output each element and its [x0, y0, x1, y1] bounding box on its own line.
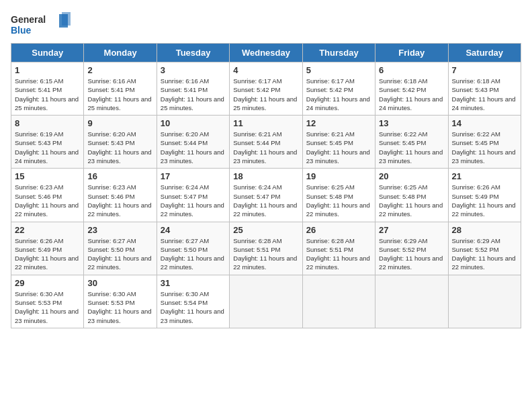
day-number: 24 [161, 225, 226, 235]
daylight-label: Daylight: 11 hours and 22 minutes. [87, 255, 151, 271]
day-info: Sunrise: 6:30 AM Sunset: 5:53 PM Dayligh… [87, 289, 152, 325]
calendar-cell [230, 275, 302, 328]
sunrise-label: Sunrise: 6:28 AM [233, 237, 281, 244]
calendar-cell: 30 Sunrise: 6:30 AM Sunset: 5:53 PM Dayl… [84, 275, 157, 328]
sunrise-label: Sunrise: 6:21 AM [306, 130, 355, 138]
day-info: Sunrise: 6:29 AM Sunset: 5:52 PM Dayligh… [452, 236, 517, 272]
day-number: 10 [161, 118, 226, 128]
sunset-label: Sunset: 5:44 PM [161, 139, 208, 146]
day-info: Sunrise: 6:20 AM Sunset: 5:43 PM Dayligh… [87, 130, 152, 165]
daylight-label: Daylight: 11 hours and 23 minutes. [87, 308, 151, 324]
calendar-cell: 13 Sunrise: 6:22 AM Sunset: 5:45 PM Dayl… [375, 116, 448, 169]
day-info: Sunrise: 6:27 AM Sunset: 5:50 PM Dayligh… [161, 236, 226, 272]
daylight-label: Daylight: 11 hours and 22 minutes. [452, 255, 516, 271]
calendar-week-row: 15 Sunrise: 6:23 AM Sunset: 5:46 PM Dayl… [11, 169, 521, 222]
calendar-cell: 29 Sunrise: 6:30 AM Sunset: 5:53 PM Dayl… [11, 275, 84, 328]
calendar-cell: 5 Sunrise: 6:17 AM Sunset: 5:42 PM Dayli… [302, 62, 375, 116]
sunrise-label: Sunrise: 6:16 AM [87, 77, 136, 85]
sunrise-label: Sunrise: 6:30 AM [15, 290, 63, 298]
sunset-label: Sunset: 5:51 PM [233, 246, 280, 253]
sunrise-label: Sunrise: 6:23 AM [15, 183, 63, 191]
sunrise-label: Sunrise: 6:17 AM [306, 77, 355, 85]
sunrise-label: Sunrise: 6:22 AM [452, 130, 500, 138]
sunset-label: Sunset: 5:42 PM [306, 86, 353, 93]
day-number: 23 [87, 225, 152, 235]
day-number: 20 [379, 171, 444, 181]
daylight-label: Daylight: 11 hours and 23 minutes. [161, 308, 224, 324]
sunset-label: Sunset: 5:45 PM [452, 139, 499, 146]
calendar-header-wednesday: Wednesday [230, 44, 302, 62]
sunrise-label: Sunrise: 6:24 AM [161, 183, 209, 191]
calendar-cell: 10 Sunrise: 6:20 AM Sunset: 5:44 PM Dayl… [157, 116, 229, 169]
day-number: 27 [379, 225, 444, 235]
daylight-label: Daylight: 11 hours and 22 minutes. [233, 255, 297, 271]
daylight-label: Daylight: 11 hours and 24 minutes. [306, 95, 370, 111]
sunrise-label: Sunrise: 6:27 AM [87, 237, 136, 244]
sunset-label: Sunset: 5:51 PM [306, 246, 353, 253]
sunrise-label: Sunrise: 6:19 AM [15, 130, 63, 138]
day-info: Sunrise: 6:30 AM Sunset: 5:54 PM Dayligh… [161, 289, 226, 325]
day-info: Sunrise: 6:23 AM Sunset: 5:46 PM Dayligh… [87, 183, 152, 218]
calendar-body: 1 Sunrise: 6:15 AM Sunset: 5:41 PM Dayli… [11, 62, 521, 328]
daylight-label: Daylight: 11 hours and 23 minutes. [15, 308, 79, 324]
sunset-label: Sunset: 5:49 PM [452, 193, 499, 200]
logo: General Blue [11, 11, 71, 38]
daylight-label: Daylight: 11 hours and 22 minutes. [452, 201, 516, 218]
day-number: 26 [306, 225, 371, 235]
sunrise-label: Sunrise: 6:21 AM [233, 130, 281, 138]
calendar-cell: 24 Sunrise: 6:27 AM Sunset: 5:50 PM Dayl… [157, 222, 229, 275]
day-info: Sunrise: 6:27 AM Sunset: 5:50 PM Dayligh… [87, 236, 152, 272]
daylight-label: Daylight: 11 hours and 22 minutes. [161, 201, 224, 218]
calendar-cell: 15 Sunrise: 6:23 AM Sunset: 5:46 PM Dayl… [11, 169, 84, 222]
sunset-label: Sunset: 5:46 PM [87, 193, 134, 200]
sunrise-label: Sunrise: 6:20 AM [87, 130, 136, 138]
calendar-cell: 11 Sunrise: 6:21 AM Sunset: 5:44 PM Dayl… [230, 116, 302, 169]
sunrise-label: Sunrise: 6:25 AM [379, 183, 427, 191]
day-number: 5 [306, 65, 371, 75]
sunset-label: Sunset: 5:41 PM [87, 86, 134, 93]
daylight-label: Daylight: 11 hours and 22 minutes. [15, 201, 79, 218]
daylight-label: Daylight: 11 hours and 22 minutes. [379, 201, 443, 218]
sunset-label: Sunset: 5:41 PM [15, 86, 62, 93]
daylight-label: Daylight: 11 hours and 22 minutes. [161, 255, 224, 271]
day-number: 15 [15, 171, 80, 181]
calendar-cell: 18 Sunrise: 6:24 AM Sunset: 5:47 PM Dayl… [230, 169, 302, 222]
calendar-table: SundayMondayTuesdayWednesdayThursdayFrid… [11, 43, 521, 328]
day-info: Sunrise: 6:24 AM Sunset: 5:47 PM Dayligh… [161, 183, 226, 218]
day-info: Sunrise: 6:26 AM Sunset: 5:49 PM Dayligh… [452, 183, 517, 218]
sunrise-label: Sunrise: 6:16 AM [161, 77, 209, 85]
day-number: 9 [87, 118, 152, 128]
daylight-label: Daylight: 11 hours and 25 minutes. [161, 95, 224, 111]
sunset-label: Sunset: 5:43 PM [87, 139, 134, 146]
sunset-label: Sunset: 5:52 PM [452, 246, 499, 253]
calendar-header-row: SundayMondayTuesdayWednesdayThursdayFrid… [11, 44, 521, 62]
svg-text:Blue: Blue [11, 25, 32, 36]
sunset-label: Sunset: 5:41 PM [161, 86, 208, 93]
day-number: 16 [87, 171, 152, 181]
daylight-label: Daylight: 11 hours and 22 minutes. [15, 255, 79, 271]
day-info: Sunrise: 6:24 AM Sunset: 5:47 PM Dayligh… [233, 183, 298, 218]
day-info: Sunrise: 6:18 AM Sunset: 5:43 PM Dayligh… [452, 77, 517, 112]
sunrise-label: Sunrise: 6:28 AM [306, 237, 355, 244]
day-info: Sunrise: 6:23 AM Sunset: 5:46 PM Dayligh… [15, 183, 80, 218]
calendar-cell [302, 275, 375, 328]
day-info: Sunrise: 6:18 AM Sunset: 5:42 PM Dayligh… [379, 77, 444, 112]
calendar-cell: 19 Sunrise: 6:25 AM Sunset: 5:48 PM Dayl… [302, 169, 375, 222]
calendar-header-tuesday: Tuesday [157, 44, 229, 62]
daylight-label: Daylight: 11 hours and 25 minutes. [15, 95, 79, 111]
daylight-label: Daylight: 11 hours and 22 minutes. [306, 255, 370, 271]
sunset-label: Sunset: 5:53 PM [87, 299, 134, 306]
sunset-label: Sunset: 5:42 PM [233, 86, 280, 93]
day-info: Sunrise: 6:19 AM Sunset: 5:43 PM Dayligh… [15, 130, 80, 165]
day-number: 29 [15, 278, 80, 288]
day-number: 14 [452, 118, 517, 128]
sunrise-label: Sunrise: 6:24 AM [233, 183, 281, 191]
calendar-header-monday: Monday [84, 44, 157, 62]
page-header: General Blue [11, 11, 521, 38]
sunset-label: Sunset: 5:43 PM [15, 139, 62, 146]
day-info: Sunrise: 6:15 AM Sunset: 5:41 PM Dayligh… [15, 77, 80, 112]
logo-icon: General Blue [11, 11, 71, 38]
day-number: 19 [306, 171, 371, 181]
daylight-label: Daylight: 11 hours and 22 minutes. [379, 255, 443, 271]
calendar-cell: 12 Sunrise: 6:21 AM Sunset: 5:45 PM Dayl… [302, 116, 375, 169]
